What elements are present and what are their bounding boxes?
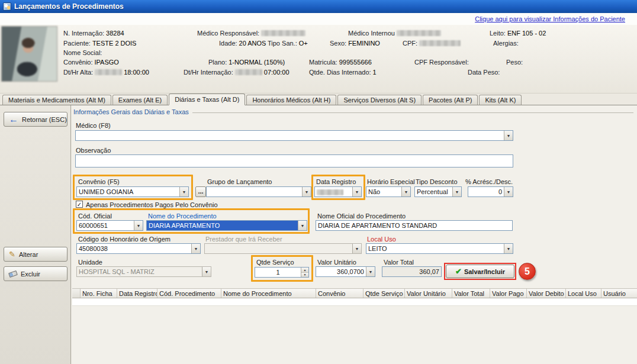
horario-especial-label: Horário Especial: [367, 178, 415, 185]
redacted-value: [95, 69, 122, 75]
grupo-lancamento-combo[interactable]: ▼: [206, 186, 311, 197]
observacao-label: Observação: [76, 147, 111, 154]
stepper-buttons[interactable]: ▲ ▼: [301, 268, 308, 277]
col-convenio[interactable]: Convênio: [316, 289, 363, 298]
dropdown-icon[interactable]: ▼: [179, 187, 188, 197]
link-row: Clique aqui para visualizar Informações …: [0, 13, 637, 25]
dropdown-icon[interactable]: ▼: [352, 187, 361, 197]
section-header: Informações Gerais das Diárias e Taxas: [73, 108, 633, 115]
acresc-desc-combo[interactable]: 0 ▼: [468, 186, 513, 197]
col-data-registro[interactable]: Data Registro: [117, 289, 157, 298]
tipo-desconto-combo[interactable]: Percentual ▼: [414, 186, 462, 197]
dropdown-icon[interactable]: ▼: [191, 244, 200, 253]
checkbox-check-icon: ✓: [77, 201, 82, 208]
data-registro-label: Data Registro: [316, 178, 356, 185]
dropdown-icon[interactable]: ▼: [302, 187, 311, 197]
tab-servicos-diversos[interactable]: Serviços Diversos (Alt S): [337, 95, 422, 105]
col-nome-procedimento[interactable]: Nome do Procedimento: [221, 289, 316, 298]
convenio-label: Convênio:: [63, 59, 93, 66]
horario-especial-value: Não: [366, 187, 401, 197]
dthr-alta-label: Dt/Hr Alta:: [63, 69, 93, 76]
idade-label: Idade:: [219, 40, 237, 47]
excluir-button[interactable]: Excluir: [4, 266, 67, 281]
col-nro-ficha[interactable]: Nro. Ficha: [81, 289, 117, 298]
patient-info-link[interactable]: Clique aqui para visualizar Informações …: [475, 15, 625, 22]
cod-honorario-combo[interactable]: 45080038 ▼: [76, 243, 201, 254]
col-cod-procedimento[interactable]: Cód. Procedimento: [157, 289, 221, 298]
grupo-lancamento-value: [207, 187, 302, 197]
retornar-label: Retornar (ESC): [22, 116, 67, 123]
tab-bar: Materiais e Medicamentos (Alt M) Exames …: [0, 94, 637, 105]
patient-photo: [1, 26, 57, 82]
dropdown-icon[interactable]: ▼: [504, 131, 513, 140]
matricula-value: 999555666: [339, 59, 372, 66]
convenio-combo[interactable]: UNIMED GOIANIA ▼: [76, 186, 189, 197]
col-usuario[interactable]: Usuário: [601, 289, 637, 298]
col-valor-unitario[interactable]: Valor Unitário: [405, 289, 452, 298]
tab-materiais-medicamentos[interactable]: Materiais e Medicamentos (Alt M): [2, 95, 111, 105]
nome-procedimento-value: DIARIA APARTAMENTO: [147, 221, 298, 230]
field-data-peso: Data Peso:: [468, 69, 500, 76]
cod-oficial-label: Cód. Oficial: [78, 212, 112, 220]
dropdown-icon[interactable]: ▼: [298, 221, 307, 230]
tipo-san-label: Tipo San.:: [268, 40, 297, 47]
dropdown-icon[interactable]: ▼: [452, 187, 461, 197]
cod-honorario-value: 45080038: [77, 244, 191, 253]
medico-combo[interactable]: ▼: [75, 130, 513, 141]
spin-up-icon[interactable]: ▲: [301, 268, 308, 273]
local-uso-value: LEITO: [366, 244, 504, 253]
col-valor-total[interactable]: Valor Total: [452, 289, 490, 298]
dropdown-icon[interactable]: ▼: [134, 221, 143, 230]
local-uso-combo[interactable]: LEITO ▼: [366, 243, 513, 254]
salvar-incluir-label: Salvar/Incluir: [464, 268, 505, 275]
field-n-internacao: N. Internação: 38284: [63, 30, 124, 37]
valor-unitario-combo[interactable]: 360,0700 ▼: [316, 266, 375, 277]
tab-exames[interactable]: Exames (Alt E): [112, 95, 168, 105]
convenio-browse-button[interactable]: ...: [195, 186, 206, 197]
retornar-button[interactable]: ← Retornar (ESC): [4, 112, 67, 127]
cod-oficial-combo[interactable]: 60000651 ▼: [76, 220, 143, 231]
tab-pacotes[interactable]: Pacotes (Alt P): [423, 95, 478, 105]
peso-label: Peso:: [506, 59, 523, 66]
data-registro-combo[interactable]: ▼: [314, 186, 362, 197]
paciente-value: TESTE 2 DOIS: [92, 40, 137, 47]
dropdown-icon[interactable]: ▼: [401, 187, 410, 197]
observacao-input[interactable]: [75, 154, 513, 167]
field-plano: Plano: 1-NORMAL (150%): [208, 59, 285, 66]
col-valor-pago[interactable]: Valor Pago: [490, 289, 527, 298]
dropdown-icon[interactable]: ▼: [504, 187, 513, 197]
main-panel: [72, 105, 637, 364]
redacted-value: [397, 30, 441, 36]
unidade-label: Unidade: [78, 259, 102, 266]
dthr-internacao-hora: 07:00:00: [264, 69, 289, 76]
qtde-servico-stepper[interactable]: 1 ▲ ▼: [255, 267, 309, 278]
excluir-label: Excluir: [21, 270, 40, 278]
tab-diarias-taxas[interactable]: Diárias e Taxas (Alt D): [169, 94, 245, 105]
convenio-f5-label: Convênio (F5): [78, 178, 120, 185]
col-valor-debito[interactable]: Valor Debito: [527, 289, 566, 298]
prestador-combo: ▼: [204, 243, 362, 254]
tab-honorarios-medicos[interactable]: Honorários Médicos (Alt H): [246, 95, 336, 105]
field-cpf: CPF:: [403, 40, 461, 47]
tab-kits[interactable]: Kits (Alt K): [479, 95, 522, 105]
alterar-button[interactable]: ✎ Alterar: [4, 247, 67, 262]
qtde-servico-label: Qtde Serviço: [256, 259, 294, 266]
cod-oficial-value: 60000651: [77, 221, 134, 230]
dropdown-icon[interactable]: ▼: [504, 244, 513, 253]
redacted-value: [419, 40, 461, 46]
dropdown-icon[interactable]: ▼: [366, 267, 375, 276]
nome-oficial-input[interactable]: DIARIA DE APARTAMENTO STANDARD: [316, 220, 513, 231]
field-qtde-dias: Qtde. Dias Internado: 1: [309, 69, 377, 76]
dropdown-icon: ▼: [202, 267, 211, 276]
nome-procedimento-combo[interactable]: DIARIA APARTAMENTO ▼: [146, 220, 307, 231]
medico-combo-value: [76, 131, 504, 140]
col-local-uso[interactable]: Local Uso: [566, 289, 601, 298]
step-badge: 5: [519, 263, 536, 280]
col-qtde-servico[interactable]: Qtde Serviço: [363, 289, 405, 298]
apenas-pagos-checkbox[interactable]: ✓: [76, 201, 83, 208]
salvar-incluir-button[interactable]: ✔ Salvar/Incluir: [446, 265, 514, 278]
field-leito: Leito: ENF 105 - 02: [490, 30, 546, 37]
horario-especial-combo[interactable]: Não ▼: [366, 186, 411, 197]
spin-down-icon[interactable]: ▼: [301, 273, 308, 278]
paciente-label: Paciente:: [63, 40, 91, 47]
